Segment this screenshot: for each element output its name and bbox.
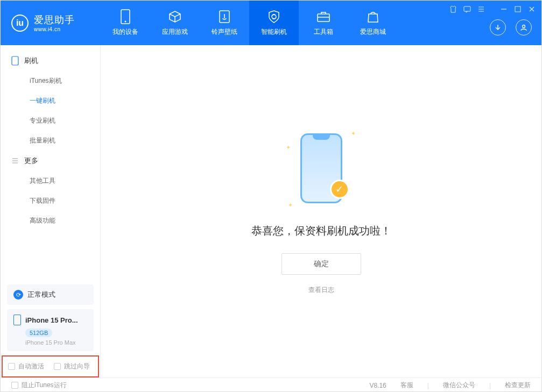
close-icon[interactable]	[527, 5, 536, 13]
box-icon	[167, 9, 182, 24]
sidebar-group-title: 更多	[24, 156, 38, 166]
nav-tab-label: 铃声壁纸	[212, 27, 237, 37]
nav-tab-apps[interactable]: 应用游戏	[150, 1, 200, 45]
checkbox-icon	[11, 382, 18, 389]
refresh-shield-icon	[266, 9, 281, 24]
sidebar-item-other-tools[interactable]: 其他工具	[1, 171, 100, 191]
nav-tab-store[interactable]: 爱思商城	[348, 1, 398, 45]
device-storage-badge: 512GB	[25, 329, 52, 337]
feedback-icon[interactable]	[463, 5, 471, 13]
menu-icon[interactable]	[477, 5, 485, 13]
svg-rect-3	[318, 14, 329, 22]
checkbox-icon	[54, 363, 61, 370]
ok-button[interactable]: 确定	[281, 253, 361, 275]
sidebar-item-pro-flash[interactable]: 专业刷机	[1, 111, 100, 131]
sparkle-icon: ✦	[288, 202, 293, 209]
nav-tab-label: 智能刷机	[261, 27, 287, 37]
sidebar-item-itunes-flash[interactable]: iTunes刷机	[1, 71, 100, 91]
checkbox-block-itunes[interactable]: 阻止iTunes运行	[11, 381, 67, 390]
highlight-box: 自动激活 跳过向导	[2, 355, 99, 377]
nav-tab-label: 爱思商城	[360, 27, 386, 37]
device-name: iPhone 15 Pro...	[25, 316, 78, 324]
svg-point-6	[523, 25, 525, 28]
success-title: 恭喜您，保资料刷机成功啦！	[251, 224, 391, 238]
device-icon	[118, 9, 133, 24]
device-model: iPhone 15 Pro Max	[25, 339, 87, 346]
svg-point-1	[125, 21, 126, 23]
nav-tab-label: 应用游戏	[162, 27, 188, 37]
sparkle-icon: ✦	[286, 144, 291, 151]
sidebar-group-title: 刷机	[24, 56, 38, 66]
footer-link-update[interactable]: 检查更新	[505, 381, 531, 390]
sidebar-item-batch-flash[interactable]: 批量刷机	[1, 131, 100, 151]
success-illustration: ✦ ✦ ✦ ✓	[278, 128, 364, 209]
minimize-icon[interactable]	[499, 5, 508, 13]
checkbox-label: 跳过向导	[64, 362, 90, 371]
checkbox-skip-guide[interactable]: 跳过向导	[54, 362, 90, 371]
footer-link-wechat[interactable]: 微信公众号	[443, 381, 475, 390]
sparkle-icon: ✦	[351, 130, 356, 137]
music-icon	[217, 9, 232, 24]
nav-tab-toolbox[interactable]: 工具箱	[299, 1, 348, 45]
nav-tab-flash[interactable]: 智能刷机	[249, 1, 299, 45]
app-title: 爱思助手	[34, 13, 75, 26]
footer-link-support[interactable]: 客服	[400, 381, 413, 390]
sidebar-item-download-firmware[interactable]: 下载固件	[1, 191, 100, 211]
check-badge-icon: ✓	[330, 180, 349, 199]
svg-rect-4	[464, 6, 470, 11]
more-icon	[11, 157, 19, 165]
device-mode-badge[interactable]: ⟳ 正常模式	[7, 284, 94, 305]
bag-icon	[365, 9, 381, 24]
logo-area: iu 爱思助手 www.i4.cn	[1, 13, 101, 32]
logo-icon: iu	[11, 15, 29, 32]
svg-rect-5	[515, 6, 520, 12]
download-icon[interactable]	[490, 19, 506, 35]
nav-tab-label: 工具箱	[314, 27, 333, 37]
toolbox-icon	[316, 9, 331, 24]
sidebar-item-advanced[interactable]: 高级功能	[1, 211, 100, 231]
skin-icon[interactable]	[449, 5, 457, 13]
maximize-icon[interactable]	[513, 5, 522, 13]
checkbox-icon	[8, 363, 15, 370]
user-icon[interactable]	[516, 19, 532, 35]
sidebar-item-oneclick-flash[interactable]: 一键刷机	[1, 91, 100, 111]
view-log-link[interactable]: 查看日志	[308, 286, 334, 295]
refresh-icon: ⟳	[13, 290, 23, 300]
svg-rect-7	[12, 56, 18, 65]
phone-outline-icon	[13, 315, 21, 325]
sidebar-group-flash[interactable]: 刷机	[1, 51, 100, 71]
version-label: V8.16	[369, 382, 386, 389]
device-mode-label: 正常模式	[27, 290, 55, 300]
phone-icon	[11, 56, 19, 66]
sidebar-group-more[interactable]: 更多	[1, 151, 100, 171]
app-url: www.i4.cn	[34, 26, 75, 32]
nav-tab-ringtones[interactable]: 铃声壁纸	[200, 1, 249, 45]
checkbox-auto-activate[interactable]: 自动激活	[8, 362, 44, 371]
nav-tab-my-device[interactable]: 我的设备	[101, 1, 150, 45]
checkbox-label: 阻止iTunes运行	[22, 381, 67, 390]
checkbox-label: 自动激活	[18, 362, 44, 371]
device-card[interactable]: iPhone 15 Pro... 512GB iPhone 15 Pro Max	[7, 309, 94, 351]
nav-tab-label: 我的设备	[112, 27, 138, 37]
